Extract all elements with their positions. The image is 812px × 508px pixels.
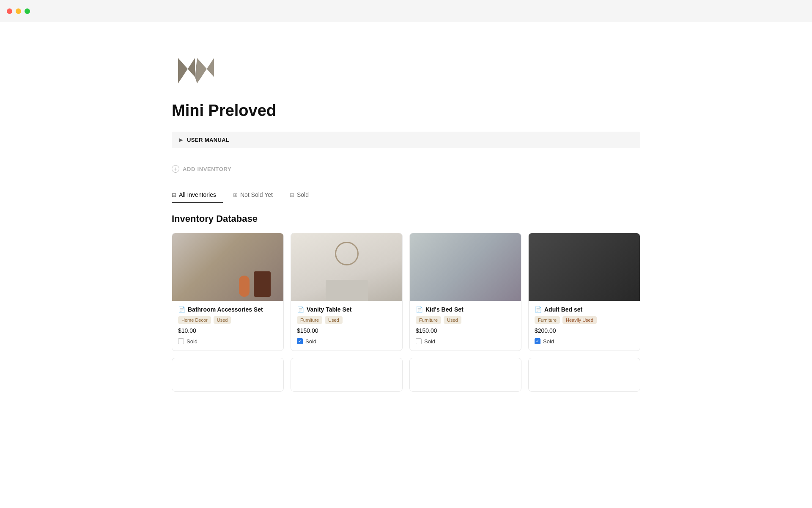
close-button[interactable] xyxy=(7,8,12,14)
doc-icon: 📄 xyxy=(416,306,423,313)
tab-sold-icon: ⊞ xyxy=(290,192,294,198)
doc-icon: 📄 xyxy=(297,306,304,313)
sold-row: Sold xyxy=(535,338,634,345)
sold-label: Sold xyxy=(305,338,316,345)
sold-row: Sold xyxy=(178,338,277,345)
card-partial-4[interactable] xyxy=(528,358,640,392)
card-body-bathroom: 📄 Bathroom Accessories Set Home Decor Us… xyxy=(172,301,283,351)
condition-tag: Heavily Used xyxy=(562,316,597,324)
card-vanity-table[interactable]: 📄 Vanity Table Set Furniture Used $150.0… xyxy=(291,233,403,351)
sold-checkbox[interactable] xyxy=(178,338,184,344)
tabs-container: ⊞ All Inventories ⊞ Not Sold Yet ⊞ Sold xyxy=(172,188,640,203)
card-partial-1[interactable] xyxy=(172,358,284,392)
card-tags: Furniture Used xyxy=(297,316,396,324)
sold-row: Sold xyxy=(416,338,515,345)
card-image-kidsbed xyxy=(410,233,521,301)
inventory-cards-grid: 📄 Bathroom Accessories Set Home Decor Us… xyxy=(172,233,640,351)
logo-container xyxy=(172,47,640,91)
add-inventory-label: ADD INVENTORY xyxy=(183,166,231,172)
card-image-adultbed xyxy=(529,233,640,301)
condition-tag: Used xyxy=(444,316,461,324)
main-content: Mini Preloved ▶ USER MANUAL + ADD INVENT… xyxy=(131,22,681,417)
user-manual-section[interactable]: ▶ USER MANUAL xyxy=(172,132,640,148)
card-title: Bathroom Accessories Set xyxy=(188,306,263,313)
category-tag: Furniture xyxy=(416,316,441,324)
card-body-adultbed: 📄 Adult Bed set Furniture Heavily Used $… xyxy=(529,301,640,351)
titlebar xyxy=(0,0,812,22)
svg-marker-2 xyxy=(195,58,197,83)
card-price: $150.00 xyxy=(416,327,515,334)
sold-label: Sold xyxy=(424,338,435,345)
card-body-vanity: 📄 Vanity Table Set Furniture Used $150.0… xyxy=(291,301,402,351)
toggle-arrow-icon: ▶ xyxy=(179,137,183,143)
card-price: $200.00 xyxy=(535,327,634,334)
doc-icon: 📄 xyxy=(535,306,542,313)
card-price: $10.00 xyxy=(178,327,277,334)
card-title: Kid's Bed Set xyxy=(425,306,464,313)
card-image-bathroom xyxy=(172,233,283,301)
card-body-kidsbed: 📄 Kid's Bed Set Furniture Used $150.00 S… xyxy=(410,301,521,351)
card-tags: Home Decor Used xyxy=(178,316,277,324)
sold-label: Sold xyxy=(543,338,554,345)
card-image-vanity xyxy=(291,233,402,301)
tab-all-icon: ⊞ xyxy=(172,192,176,198)
add-inventory-button[interactable]: + ADD INVENTORY xyxy=(172,162,231,176)
plus-icon: + xyxy=(172,165,179,173)
app-logo xyxy=(172,47,227,90)
sold-checkbox[interactable] xyxy=(535,338,540,344)
card-kids-bed[interactable]: 📄 Kid's Bed Set Furniture Used $150.00 S… xyxy=(409,233,521,351)
condition-tag: Used xyxy=(214,316,231,324)
maximize-button[interactable] xyxy=(25,8,30,14)
card-title: Adult Bed set xyxy=(544,306,582,313)
card-adult-bed[interactable]: 📄 Adult Bed set Furniture Heavily Used $… xyxy=(528,233,640,351)
card-tags: Furniture Heavily Used xyxy=(535,316,634,324)
tab-sold[interactable]: ⊞ Sold xyxy=(290,188,315,203)
card-tags: Furniture Used xyxy=(416,316,515,324)
card-title: Vanity Table Set xyxy=(307,306,351,313)
sold-checkbox[interactable] xyxy=(416,338,422,344)
minimize-button[interactable] xyxy=(16,8,21,14)
tab-not-sold-icon: ⊞ xyxy=(233,192,238,198)
app-title: Mini Preloved xyxy=(172,102,640,120)
card-bathroom-accessories[interactable]: 📄 Bathroom Accessories Set Home Decor Us… xyxy=(172,233,284,351)
svg-marker-0 xyxy=(178,58,195,83)
card-partial-3[interactable] xyxy=(409,358,521,392)
tab-not-sold[interactable]: ⊞ Not Sold Yet xyxy=(233,188,280,203)
sold-row: Sold xyxy=(297,338,396,345)
doc-icon: 📄 xyxy=(178,306,185,313)
card-price: $150.00 xyxy=(297,327,396,334)
bottom-cards-grid xyxy=(172,358,640,392)
category-tag: Furniture xyxy=(297,316,322,324)
section-title: Inventory Database xyxy=(172,213,640,224)
sold-label: Sold xyxy=(187,338,198,345)
svg-marker-1 xyxy=(197,58,214,83)
user-manual-label: USER MANUAL xyxy=(187,137,229,143)
condition-tag: Used xyxy=(325,316,343,324)
sold-checkbox[interactable] xyxy=(297,338,303,344)
tab-all-inventories[interactable]: ⊞ All Inventories xyxy=(172,188,223,203)
category-tag: Furniture xyxy=(535,316,560,324)
card-partial-2[interactable] xyxy=(291,358,403,392)
category-tag: Home Decor xyxy=(178,316,211,324)
